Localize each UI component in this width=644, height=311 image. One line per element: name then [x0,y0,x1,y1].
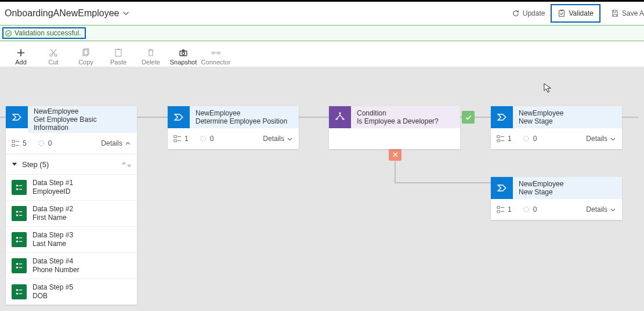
data-step-row[interactable]: Data Step #2First Name [6,200,137,226]
copy-command[interactable]: Copy [70,48,102,66]
data-step-row[interactable]: Data Step #5DOB [6,279,137,305]
condition-name: Is Employee a Developer? [357,117,454,125]
stage-basic-info[interactable]: NewEmployee Get Employee Basic Informati… [6,106,137,305]
stage-determine-position[interactable]: NewEmployee Determine Employee Position … [168,106,299,149]
svg-rect-33 [497,140,500,142]
svg-rect-23 [16,267,19,269]
svg-rect-18 [16,211,19,213]
clipboard-check-icon [558,9,566,17]
data-step-row[interactable]: Data Step #4Phone Number [6,252,137,279]
paste-label: Paste [110,59,126,66]
svg-rect-8 [117,49,120,50]
save-as-label: Save A [622,9,644,17]
step-field: EmployeeID [32,187,73,196]
svg-rect-20 [16,237,19,239]
svg-point-2 [6,30,12,36]
delete-label: Delete [142,59,160,66]
data-step-icon [12,180,27,195]
mouse-cursor-icon [544,83,552,93]
condition-node[interactable]: Condition Is Employee a Developer? [329,106,460,149]
svg-point-11 [212,52,214,54]
snapshot-label: Snapshot [170,59,197,66]
connector-icon [211,48,220,57]
svg-rect-21 [16,241,19,243]
sort-arrows-icon[interactable] [122,161,131,168]
save-icon [611,9,619,17]
step-title: Data Step #3 [32,231,73,240]
designer-canvas[interactable]: NewEmployee Get Employee Basic Informati… [0,67,644,311]
stage-entity: NewEmployee [519,180,616,188]
condition-yes-badge [462,111,475,124]
step-count: 1 [497,135,512,143]
chevron-down-icon[interactable] [122,10,129,17]
validate-button[interactable]: Validate [551,4,600,23]
svg-rect-30 [336,118,338,120]
data-step-row[interactable]: Data Step #3Last Name [6,226,137,252]
stage-icon [491,177,513,199]
branch-count: 0 [522,205,537,214]
svg-rect-7 [115,49,121,56]
refresh-icon [512,9,520,17]
svg-rect-25 [16,293,19,295]
step-count: 5 [12,139,27,147]
step-field: Phone Number [32,266,79,274]
step-field: Last Name [32,240,73,248]
step-title: Data Step #1 [32,179,73,187]
cut-label: Cut [48,59,58,66]
delete-command[interactable]: Delete [135,48,167,66]
save-as-button[interactable]: Save A [605,5,644,21]
validation-status-bar: Validation successful. [0,25,644,41]
svg-rect-24 [16,290,19,291]
svg-point-37 [523,207,529,212]
validate-label: Validate [569,9,593,17]
data-step-row[interactable]: Data Step #1EmployeeID [6,174,137,200]
plus-icon [16,48,26,57]
branch-count: 0 [37,139,52,147]
stage-name: New Stage [519,117,616,125]
step-field: First Name [32,214,73,222]
edge-branch-horiz [395,182,491,183]
svg-rect-36 [497,211,500,213]
stage-new-yes[interactable]: NewEmployee New Stage 1 0 Details [491,106,622,149]
step-title: Data Step #5 [32,283,73,292]
stage-name: Determine Employee Position [196,117,293,125]
command-bar: Add Cut Copy Paste Delete Snapshot Conne… [0,41,644,67]
svg-rect-19 [16,215,19,216]
snapshot-command[interactable]: Snapshot [167,48,200,66]
svg-rect-35 [497,207,500,209]
svg-rect-31 [343,118,345,120]
svg-rect-16 [16,185,19,187]
stage-entity: NewEmployee [196,109,293,117]
update-label: Update [523,9,545,17]
svg-point-10 [182,52,185,55]
step-count: 1 [497,205,512,214]
copy-label: Copy [78,59,93,66]
details-toggle[interactable]: Details [263,135,293,143]
stage-icon [491,106,513,128]
stage-name: Get Employee Basic Information [34,115,131,132]
svg-rect-29 [339,113,341,114]
svg-point-4 [55,54,57,56]
data-step-icon [12,284,27,299]
add-label: Add [15,59,27,66]
connector-command[interactable]: Connector [200,48,232,66]
svg-rect-32 [497,136,500,138]
condition-label: Condition [357,109,454,117]
steps-header[interactable]: Step (5) [6,154,137,174]
svg-rect-26 [174,136,176,138]
paste-command[interactable]: Paste [102,48,135,66]
details-toggle[interactable]: Details [586,135,616,143]
details-toggle[interactable]: Details [101,139,131,147]
svg-rect-0 [559,10,565,17]
flow-title[interactable]: OnboardingANewEmployee [5,8,119,19]
details-toggle[interactable]: Details [586,205,616,214]
stage-name: New Stage [519,188,616,196]
check-circle-icon [5,30,12,37]
update-button[interactable]: Update [506,5,551,21]
validation-success-highlight: Validation successful. [2,27,86,39]
add-command[interactable]: Add [5,48,37,66]
cut-command[interactable]: Cut [37,48,70,66]
branch-count: 0 [199,135,214,143]
svg-rect-13 [12,140,15,143]
stage-new-no[interactable]: NewEmployee New Stage 1 0 Details [491,177,622,220]
